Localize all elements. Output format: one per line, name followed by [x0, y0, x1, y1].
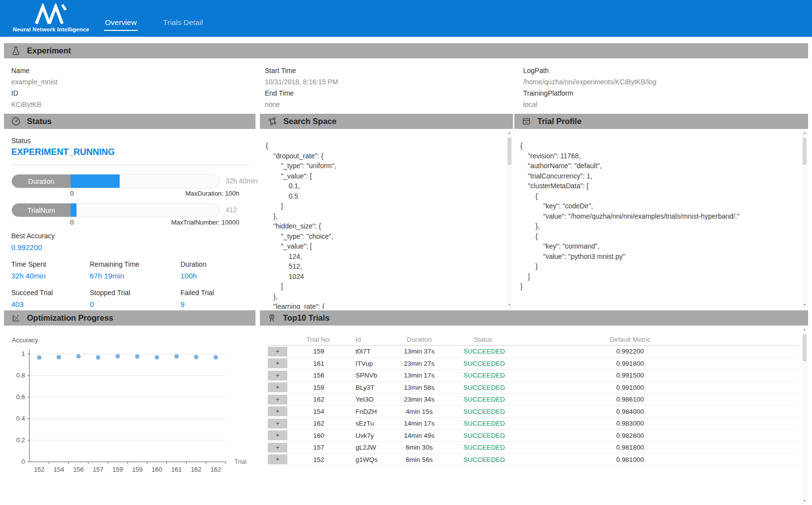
nav-tabs: Overview Trials Detail: [104, 18, 204, 31]
optimization-section-header: Optimization Progress: [4, 310, 255, 326]
trial-duration-cell: 13min 58s: [387, 384, 451, 391]
status-section-header: Status: [4, 114, 255, 129]
trial-duration-cell: 6min 30s: [387, 444, 451, 451]
section-title-top10: Top10 Trials: [283, 313, 330, 323]
trial-no-cell: 162: [289, 420, 348, 427]
scatter-plot-icon: [11, 313, 21, 323]
scrollbar-thumb[interactable]: [508, 138, 511, 165]
svg-text:162: 162: [191, 466, 202, 473]
expand-row-button[interactable]: +: [268, 406, 287, 416]
stat-value-failed-trial: 9: [180, 300, 244, 308]
field-label-logpath: LogPath: [523, 65, 657, 76]
section-title-search-space: Search Space: [283, 117, 336, 126]
expand-row-button[interactable]: +: [268, 443, 287, 453]
trial-profile-section-header: Trial Profile: [514, 114, 808, 129]
scatter-point: [116, 354, 120, 358]
trial-id-cell: gL2JW: [348, 444, 387, 451]
field-label-start-time: Start Time: [265, 65, 338, 76]
scrollbar-thumb[interactable]: [803, 334, 807, 361]
field-value-end-time: none: [265, 99, 338, 110]
field-value-training-platform: local: [523, 99, 657, 110]
table-row: + 154 FnDZH 4min 15s SUCCEEDED 0.984000: [268, 406, 798, 418]
trial-metric-cell: 0.981800: [539, 444, 721, 451]
trial-status-cell: SUCCEEDED: [451, 432, 539, 439]
trial-metric-cell: 0.982600: [539, 432, 721, 439]
search-space-scrollbar[interactable]: ▲ ▼: [507, 130, 512, 308]
experiment-info: Name example_mnist ID KCiBytKB Start Tim…: [4, 58, 808, 114]
trial-metric-cell: 0.986100: [539, 396, 721, 403]
tab-overview[interactable]: Overview: [104, 18, 138, 31]
expand-row-button[interactable]: +: [268, 347, 287, 356]
stat-value-remaining-time: 67h 19min: [90, 272, 180, 280]
duration-progress: Duration 32h 40min 0 MaxDuration: 100h: [11, 174, 255, 197]
trial-profile-scrollbar[interactable]: ▲ ▼: [802, 130, 808, 308]
scroll-down-icon[interactable]: ▼: [802, 302, 808, 308]
nni-dashboard: Neural Network Intelligence Overview Tri…: [0, 0, 812, 505]
trial-id-cell: sEzTu: [348, 420, 387, 427]
top-nav: Neural Network Intelligence Overview Tri…: [0, 0, 812, 37]
top10-panel: Trial No. Id Duration Status Default Met…: [260, 326, 808, 505]
nni-logo-icon: [33, 3, 69, 25]
scatter-point: [96, 355, 101, 360]
expand-row-button[interactable]: +: [268, 430, 287, 440]
expand-row-button[interactable]: +: [268, 454, 287, 464]
stat-value-duration: 100h: [180, 272, 244, 280]
trial-id-cell: YeI3O: [348, 396, 387, 403]
table-row: + 157 gL2JW 6min 30s SUCCEEDED 0.981800: [268, 442, 798, 454]
svg-text:162: 162: [210, 466, 221, 473]
trial-no-cell: 159: [289, 384, 348, 391]
trial-no-cell: 161: [289, 360, 348, 367]
trial-metric-cell: 0.991800: [539, 360, 721, 367]
scatter-point: [76, 354, 81, 358]
expand-row-button[interactable]: +: [268, 382, 287, 392]
search-space-panel: { "dropout_rate": { "_type": "uniform", …: [260, 129, 513, 309]
progress-max: MaxDuration: 100h: [185, 190, 239, 197]
trial-metric-cell: 0.984000: [539, 408, 721, 415]
scroll-up-icon[interactable]: ▲: [507, 130, 512, 136]
table-row: + 160 Uvk7y 14min 49s SUCCEEDED 0.982600: [268, 430, 798, 442]
progress-fill: [71, 203, 76, 217]
trial-metric-cell: 0.981000: [539, 456, 721, 463]
svg-text:0.2: 0.2: [16, 436, 25, 444]
scroll-up-icon[interactable]: ▲: [802, 130, 808, 136]
field-value-name: example_mnist: [11, 76, 57, 88]
svg-text:159: 159: [132, 466, 143, 473]
medal-icon: [267, 313, 277, 323]
trial-status-cell: SUCCEEDED: [451, 372, 539, 379]
gauge-icon: [11, 116, 21, 126]
top10-scrollbar[interactable]: ▲ ▼: [802, 327, 808, 504]
table-row: + 159 BLy3T 13min 58s SUCCEEDED 0.991000: [268, 382, 798, 394]
svg-text:0: 0: [22, 458, 25, 465]
svg-text:0.8: 0.8: [16, 372, 25, 379]
expand-row-button[interactable]: +: [268, 419, 287, 429]
trial-profile-panel: { "revision": 11768, "authorName": "defa…: [514, 129, 808, 309]
scroll-up-icon[interactable]: ▲: [802, 327, 808, 332]
field-value-id: KCiBytKB: [11, 99, 57, 110]
experiment-section-header: Experiment: [4, 43, 808, 58]
trial-metric-cell: 0.991000: [539, 384, 721, 391]
scroll-down-icon[interactable]: ▼: [802, 498, 808, 504]
svg-text:0.6: 0.6: [16, 393, 25, 401]
search-space-json: { "dropout_rate": { "_type": "uniform", …: [260, 129, 513, 309]
tab-trials-detail[interactable]: Trials Detail: [162, 18, 204, 31]
trial-id-cell: FnDZH: [348, 408, 387, 415]
expand-row-button[interactable]: +: [268, 358, 287, 368]
stat-value-stopped-trial: 0: [90, 300, 180, 308]
trial-status-cell: SUCCEEDED: [451, 360, 539, 367]
svg-text:157: 157: [93, 466, 103, 473]
trial-no-cell: 156: [289, 372, 348, 379]
trial-duration-cell: 23min 27s: [387, 360, 451, 367]
trial-metric-cell: 0.983000: [539, 420, 721, 427]
trial-duration-cell: 6min 56s: [387, 456, 451, 463]
svg-text:Trial: Trial: [234, 458, 247, 465]
svg-text:152: 152: [34, 466, 45, 473]
progress-value: 412: [226, 203, 237, 217]
stat-label-succeed-trial: Succeed Trial: [11, 289, 90, 297]
svg-text:0.4: 0.4: [16, 415, 25, 422]
expand-row-button[interactable]: +: [268, 395, 287, 404]
scroll-down-icon[interactable]: ▼: [507, 302, 512, 308]
trial-id-cell: Uvk7y: [348, 432, 387, 439]
scatter-point: [37, 355, 42, 360]
scrollbar-thumb[interactable]: [803, 138, 807, 165]
expand-row-button[interactable]: +: [268, 371, 287, 380]
